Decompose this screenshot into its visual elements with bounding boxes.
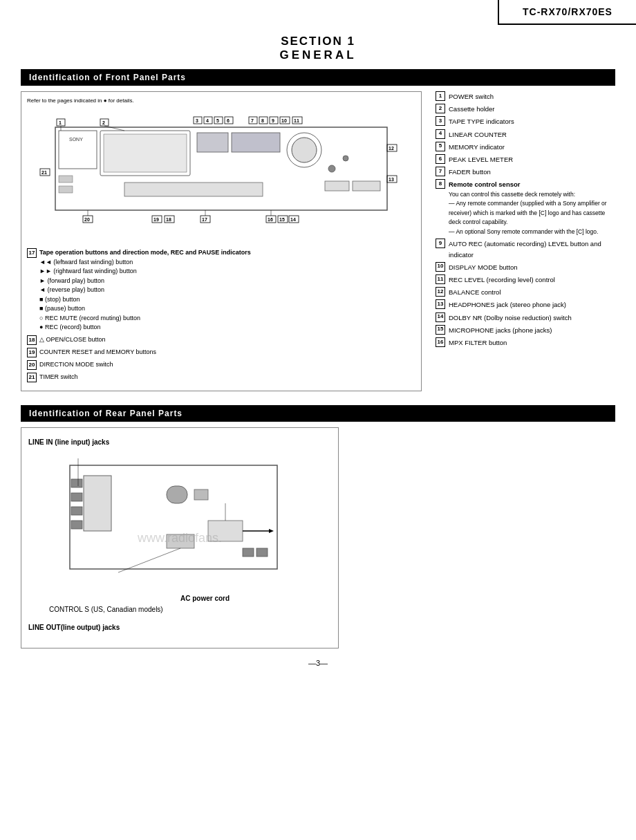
rear-panel-section: Identification of Rear Panel Parts www.r… (21, 405, 615, 648)
part-3: 3 TAPE TYPE indicators (436, 116, 615, 127)
svg-text:8: 8 (261, 118, 264, 123)
svg-point-10 (328, 165, 335, 172)
svg-rect-6 (232, 133, 280, 152)
svg-line-21 (104, 126, 124, 131)
control-s-label: CONTROL S (US, Canadian models) (49, 606, 331, 613)
svg-rect-68 (71, 521, 82, 529)
svg-text:14: 14 (290, 217, 296, 222)
note-col-left: 17 Tape operation buttons and direction … (27, 248, 415, 385)
svg-text:3: 3 (196, 118, 198, 123)
svg-rect-14 (59, 176, 73, 183)
section-number: SECTION 1 (0, 35, 636, 48)
svg-text:17: 17 (202, 217, 207, 222)
note-19: 19 COUNTER RESET and MEMORY buttons (27, 348, 415, 357)
svg-rect-4 (104, 134, 187, 172)
svg-text:9: 9 (272, 118, 274, 123)
svg-point-11 (343, 156, 348, 161)
front-panel-section: Identification of Front Panel Parts Refe… (21, 69, 615, 391)
control-s-text: CONTROL S (US, Canadian models) (49, 606, 163, 613)
svg-rect-9 (124, 183, 263, 196)
svg-rect-72 (208, 521, 243, 541)
model-label: TC-RX70/RX70ES (523, 6, 612, 17)
part-4: 4 LINEAR COUNTER (436, 129, 615, 140)
svg-text:SONY: SONY (69, 137, 83, 142)
part-10: 10 DISPLAY MODE button (436, 262, 615, 272)
part-5: 5 MEMORY indicator (436, 142, 615, 152)
svg-text:6: 6 (227, 118, 230, 123)
note-20: 20 DIRECTION MODE switch (27, 360, 415, 370)
svg-text:7: 7 (251, 118, 254, 123)
svg-text:21: 21 (41, 170, 47, 175)
rear-panel-diagram (28, 451, 319, 590)
svg-text:13: 13 (389, 177, 394, 182)
section-name: GENERAL (0, 48, 636, 62)
part-14: 14 DOLBY NR (Dolby noise reduction) swit… (436, 312, 615, 323)
svg-text:1: 1 (59, 120, 62, 125)
svg-rect-5 (197, 133, 228, 152)
front-diagram-box: Refer to the pages indicated in ● for de… (21, 91, 422, 391)
svg-text:11: 11 (294, 118, 299, 123)
part-13: 13 HEADPHONES jack (stereo phone jack) (436, 299, 615, 310)
svg-text:5: 5 (216, 118, 219, 123)
part-9: 9 AUTO REC (automatic recording) LEVEL b… (436, 239, 615, 259)
svg-rect-15 (59, 186, 73, 193)
ac-power-text: AC power cord (180, 595, 331, 602)
note-17: 17 Tape operation buttons and direction … (27, 248, 415, 333)
note-18: 18 △ OPEN/CLOSE button (27, 335, 415, 345)
part-8: 8 Remote control sensor You can control … (436, 179, 615, 236)
front-panel-header: Identification of Front Panel Parts (21, 69, 615, 86)
svg-text:10: 10 (281, 118, 287, 123)
front-panel-diagram: SONY (35, 106, 408, 245)
rear-diagram-box: www.radiofans. LINE IN (line input) jack… (21, 427, 339, 648)
svg-rect-13 (353, 181, 380, 191)
part-16: 16 MPX FILTER button (436, 337, 615, 348)
part-6: 6 PEAK LEVEL METER (436, 154, 615, 165)
svg-rect-64 (84, 476, 111, 531)
part-2: 2 Cassette holder (436, 104, 615, 114)
svg-rect-69 (167, 486, 187, 503)
part-12: 12 BALANCE control (436, 287, 615, 297)
part-15: 15 MICROPHONE jacks (phone jacks) (436, 325, 615, 335)
rear-panel-header: Identification of Rear Panel Parts (21, 405, 615, 422)
svg-rect-66 (71, 493, 82, 501)
line-out-label: LINE OUT(line output) jacks (28, 624, 331, 631)
part-7: 7 FADER button (436, 167, 615, 177)
svg-rect-75 (243, 548, 254, 557)
note-21: 21 TIMER switch (27, 373, 415, 382)
svg-text:2: 2 (102, 120, 105, 125)
part-1: 1 POWER switch (436, 91, 615, 102)
front-parts-list: 1 POWER switch 2 Cassette holder 3 TAPE … (436, 91, 615, 391)
svg-text:20: 20 (84, 217, 90, 222)
svg-text:15: 15 (279, 217, 285, 222)
front-panel-content: Refer to the pages indicated in ● for de… (21, 91, 615, 391)
svg-text:4: 4 (206, 118, 209, 123)
svg-text:16: 16 (268, 217, 273, 222)
svg-rect-71 (167, 534, 194, 548)
svg-text:19: 19 (153, 217, 159, 222)
refer-text: Refer to the pages indicated in ● for de… (27, 97, 415, 104)
svg-rect-12 (325, 181, 349, 191)
svg-point-8 (292, 138, 317, 162)
part-11: 11 REC LEVEL (recording level) control (436, 274, 615, 285)
page-number: —3— (0, 659, 636, 667)
svg-text:12: 12 (389, 146, 394, 151)
line-in-label: LINE IN (line input) jacks (28, 438, 331, 446)
svg-rect-65 (71, 479, 82, 487)
svg-rect-76 (256, 548, 268, 557)
svg-rect-67 (71, 507, 82, 515)
diagram-notes: 17 Tape operation buttons and direction … (27, 248, 415, 385)
svg-text:18: 18 (166, 217, 171, 222)
svg-marker-74 (269, 529, 274, 533)
svg-rect-70 (194, 489, 208, 500)
ac-power-label: AC power cord (28, 595, 331, 602)
model-header: TC-RX70/RX70ES (498, 0, 636, 25)
